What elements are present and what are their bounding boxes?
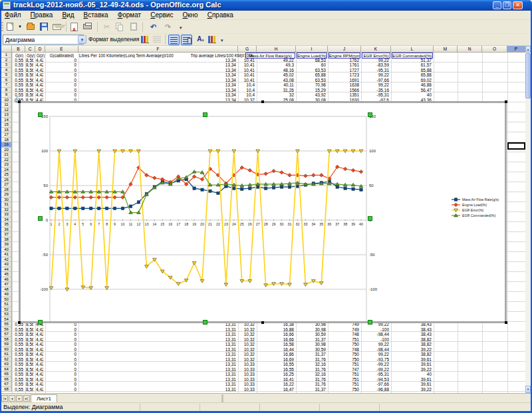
cell-B4[interactable]: 0,55: [13, 68, 23, 73]
cell-C8[interactable]: 8,56: [26, 88, 33, 93]
cell-I3[interactable]: 60: [297, 63, 326, 68]
cell-E8[interactable]: 0: [46, 88, 76, 93]
cell-D67[interactable]: 4,42: [36, 382, 43, 387]
cell-C61[interactable]: 8,56: [26, 352, 33, 357]
cell-L62[interactable]: 39,61: [392, 357, 432, 362]
cell-I61[interactable]: 31,37: [297, 352, 326, 357]
cell-F62[interactable]: 13,31: [79, 357, 236, 362]
row-header-51[interactable]: 51: [1, 302, 12, 307]
cell-K59[interactable]: 99,22: [362, 342, 389, 347]
column-header-F[interactable]: F: [78, 46, 238, 53]
cell-C62[interactable]: 8,56: [26, 357, 33, 362]
cell-E4[interactable]: 0: [46, 68, 76, 73]
cell-I58[interactable]: 31,37: [297, 337, 326, 343]
cell-K8[interactable]: -35,16: [362, 88, 389, 93]
cell-D3[interactable]: 4,42: [36, 63, 43, 68]
column-header-M[interactable]: M: [434, 46, 458, 53]
cell-J61[interactable]: 750: [329, 352, 359, 357]
cell-F68[interactable]: 13,31: [79, 387, 236, 392]
menu-item-1[interactable]: Правка: [26, 11, 58, 20]
cell-B68[interactable]: 0,55: [13, 387, 23, 392]
menu-item-4[interactable]: Формат: [113, 11, 146, 20]
row-header-68[interactable]: 68: [1, 387, 12, 392]
cell-I65[interactable]: 32,16: [297, 372, 326, 377]
row-header-31[interactable]: 31: [1, 202, 12, 207]
cell-G65[interactable]: 10,33: [239, 372, 255, 377]
column-header-J[interactable]: J: [328, 46, 361, 53]
cell-H60[interactable]: 16,44: [257, 347, 294, 352]
row-header-29[interactable]: 29: [1, 192, 12, 198]
menu-item-2[interactable]: Вид: [57, 11, 78, 20]
export-pdf-icon[interactable]: [69, 21, 80, 33]
cell-H63[interactable]: 16,55: [257, 362, 294, 367]
row-header-33[interactable]: 33: [1, 212, 12, 217]
cell-C3[interactable]: 8,56: [26, 63, 33, 68]
cell-I63[interactable]: 32,16: [297, 362, 326, 367]
cell-G9[interactable]: 10,4: [239, 92, 255, 98]
title-bar[interactable]: trackLog-2012-нояб.-05_12-49-24.ods - Op…: [0, 0, 532, 11]
cell-K63[interactable]: -99,22: [362, 362, 389, 367]
row-header-21[interactable]: 21: [1, 152, 12, 158]
row-header-2[interactable]: 2: [1, 58, 12, 63]
cell-C59[interactable]: 8,56: [26, 342, 33, 347]
row-header-1[interactable]: 1: [1, 53, 12, 58]
row-header-23[interactable]: 23: [1, 162, 12, 168]
row-header-60[interactable]: 60: [1, 347, 12, 352]
cell-H5[interactable]: 45,02: [257, 72, 294, 78]
cell-B64[interactable]: 0,55: [13, 367, 23, 372]
active-cell-cursor[interactable]: [507, 142, 525, 150]
column-header-O[interactable]: O: [482, 46, 507, 53]
cell-G56[interactable]: 10,32: [239, 327, 255, 333]
row-header-50[interactable]: 50: [1, 297, 12, 303]
row-header-41[interactable]: 41: [1, 252, 12, 257]
selection-handle[interactable]: [38, 216, 43, 221]
row-header-46[interactable]: 46: [1, 277, 12, 283]
row-header-28[interactable]: 28: [1, 188, 12, 193]
column-header-C[interactable]: C: [25, 46, 35, 53]
cell-E67[interactable]: 0: [46, 382, 76, 387]
cell-C57[interactable]: 8,56: [26, 332, 33, 337]
column-header-B[interactable]: B: [12, 46, 25, 53]
cell-B56[interactable]: 0,55: [13, 327, 23, 333]
cell-C4[interactable]: 8,56: [26, 68, 33, 73]
cell-G6[interactable]: 10,41: [239, 78, 255, 83]
row-header-26[interactable]: 26: [1, 178, 12, 183]
cell-J65[interactable]: 751: [329, 372, 359, 377]
cell-H62[interactable]: 16,69: [257, 357, 294, 362]
chart-text-icon[interactable]: As: [195, 34, 206, 45]
selection-handle[interactable]: [38, 320, 43, 325]
cell-C63[interactable]: 8,56: [26, 362, 33, 367]
cell-D2[interactable]: 4,42: [36, 58, 43, 63]
cell-I8[interactable]: 15,29: [297, 88, 326, 93]
cell-I57[interactable]: 30,59: [297, 332, 326, 337]
row-header-40[interactable]: 40: [1, 247, 12, 253]
close-button[interactable]: ✕: [513, 1, 523, 9]
chart-object[interactable]: -150-150-100-100-50-50005050100100150150…: [19, 101, 507, 323]
row-header-65[interactable]: 65: [1, 372, 12, 377]
cell-C7[interactable]: 8,56: [26, 82, 33, 88]
row-header-66[interactable]: 66: [1, 377, 12, 382]
cell-K4[interactable]: -95,31: [362, 68, 389, 73]
cell-F59[interactable]: 13,31: [79, 342, 236, 347]
cell-G57[interactable]: 10,32: [239, 332, 255, 337]
row-header-59[interactable]: 59: [1, 342, 12, 347]
row-header-15[interactable]: 15: [1, 122, 12, 128]
row-header-22[interactable]: 22: [1, 158, 12, 163]
cell-J68[interactable]: 750: [329, 387, 359, 392]
selection-handle[interactable]: [203, 112, 207, 117]
cell-F65[interactable]: 13,31: [79, 372, 236, 377]
cell-J2[interactable]: 1762: [329, 58, 359, 63]
row-header-10[interactable]: 10: [1, 98, 12, 103]
cell-D9[interactable]: 4,42: [36, 92, 43, 98]
cell-C5[interactable]: 8,56: [26, 72, 33, 78]
cell-I9[interactable]: 43,92: [297, 92, 326, 98]
cell-G3[interactable]: 10,41: [239, 63, 255, 68]
cell-C65[interactable]: 8,56: [26, 372, 33, 377]
cell-B60[interactable]: 0,55: [13, 347, 23, 352]
column-header-D[interactable]: D: [35, 46, 45, 53]
chart-values-icon[interactable]: [207, 34, 218, 45]
cell-E65[interactable]: 0: [46, 372, 76, 377]
cell-B67[interactable]: 0,55: [13, 382, 23, 387]
document-as-email-icon[interactable]: [52, 21, 63, 33]
row-header-11[interactable]: 11: [1, 102, 12, 108]
